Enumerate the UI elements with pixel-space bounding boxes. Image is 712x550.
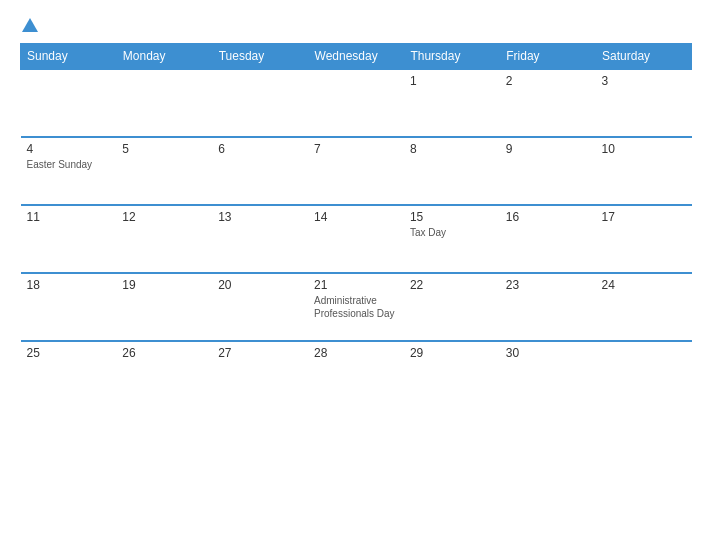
holiday-label: Tax Day [410,226,494,239]
calendar-cell: 12 [116,205,212,273]
weekday-header-monday: Monday [116,44,212,70]
day-number: 4 [27,142,111,156]
calendar-cell: 18 [21,273,117,341]
day-number: 23 [506,278,590,292]
day-number: 11 [27,210,111,224]
calendar-cell: 19 [116,273,212,341]
calendar-cell: 24 [596,273,692,341]
calendar-cell: 22 [404,273,500,341]
calendar-cell: 4Easter Sunday [21,137,117,205]
calendar-header: SundayMondayTuesdayWednesdayThursdayFrid… [21,44,692,70]
page-header [20,18,692,33]
day-number: 3 [602,74,686,88]
day-number: 20 [218,278,302,292]
calendar-cell: 1 [404,69,500,137]
calendar-cell: 21Administrative Professionals Day [308,273,404,341]
day-number: 25 [27,346,111,360]
day-number: 17 [602,210,686,224]
calendar-cell [212,69,308,137]
weekday-header-thursday: Thursday [404,44,500,70]
calendar-cell [116,69,212,137]
day-number: 12 [122,210,206,224]
day-number: 2 [506,74,590,88]
calendar-cell: 15Tax Day [404,205,500,273]
calendar-cell: 13 [212,205,308,273]
holiday-label: Administrative Professionals Day [314,294,398,320]
calendar-cell: 8 [404,137,500,205]
day-number: 28 [314,346,398,360]
day-number: 15 [410,210,494,224]
calendar-cell: 26 [116,341,212,409]
calendar-page: SundayMondayTuesdayWednesdayThursdayFrid… [0,0,712,550]
day-number: 21 [314,278,398,292]
weekday-header-wednesday: Wednesday [308,44,404,70]
day-number: 13 [218,210,302,224]
day-number: 24 [602,278,686,292]
calendar-cell: 2 [500,69,596,137]
calendar-cell: 17 [596,205,692,273]
weekday-header-friday: Friday [500,44,596,70]
calendar-table: SundayMondayTuesdayWednesdayThursdayFrid… [20,43,692,409]
day-number: 7 [314,142,398,156]
calendar-week-5: 252627282930 [21,341,692,409]
day-number: 1 [410,74,494,88]
day-number: 18 [27,278,111,292]
weekday-header-saturday: Saturday [596,44,692,70]
calendar-week-3: 1112131415Tax Day1617 [21,205,692,273]
calendar-cell: 5 [116,137,212,205]
logo [20,18,38,33]
calendar-cell: 9 [500,137,596,205]
day-number: 10 [602,142,686,156]
day-number: 9 [506,142,590,156]
day-number: 27 [218,346,302,360]
calendar-cell: 16 [500,205,596,273]
holiday-label: Easter Sunday [27,158,111,171]
calendar-week-4: 18192021Administrative Professionals Day… [21,273,692,341]
day-number: 19 [122,278,206,292]
day-number: 30 [506,346,590,360]
day-number: 6 [218,142,302,156]
day-number: 29 [410,346,494,360]
calendar-cell [596,341,692,409]
calendar-cell: 27 [212,341,308,409]
day-number: 26 [122,346,206,360]
weekday-header-tuesday: Tuesday [212,44,308,70]
logo-triangle-icon [22,18,38,32]
calendar-cell: 25 [21,341,117,409]
day-number: 22 [410,278,494,292]
calendar-cell: 11 [21,205,117,273]
calendar-cell: 29 [404,341,500,409]
calendar-cell: 6 [212,137,308,205]
calendar-cell: 20 [212,273,308,341]
day-number: 8 [410,142,494,156]
day-number: 16 [506,210,590,224]
day-number: 14 [314,210,398,224]
calendar-cell: 10 [596,137,692,205]
calendar-cell: 30 [500,341,596,409]
calendar-cell: 28 [308,341,404,409]
calendar-cell [21,69,117,137]
calendar-body: 1234Easter Sunday56789101112131415Tax Da… [21,69,692,409]
calendar-week-2: 4Easter Sunday5678910 [21,137,692,205]
weekday-header-sunday: Sunday [21,44,117,70]
calendar-week-1: 123 [21,69,692,137]
calendar-cell: 7 [308,137,404,205]
calendar-cell [308,69,404,137]
calendar-cell: 3 [596,69,692,137]
day-number: 5 [122,142,206,156]
weekday-header-row: SundayMondayTuesdayWednesdayThursdayFrid… [21,44,692,70]
calendar-cell: 23 [500,273,596,341]
calendar-cell: 14 [308,205,404,273]
